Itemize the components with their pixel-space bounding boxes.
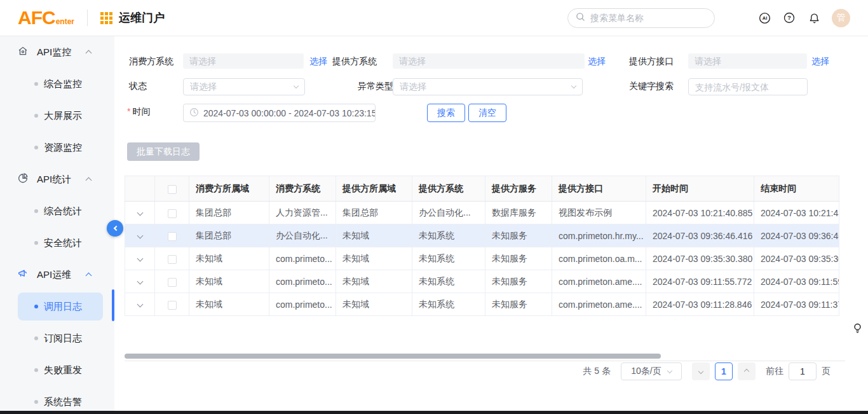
row-checkbox[interactable] (168, 209, 177, 218)
cell-provider-service: 未知服务 (485, 293, 552, 316)
provider-api-input[interactable] (688, 53, 807, 69)
table-row[interactable]: 未知域 com.primeto... 未知域 未知系统 未知服务 com.pri… (125, 270, 839, 293)
svg-text:AI: AI (762, 15, 766, 21)
horizontal-scrollbar[interactable] (125, 354, 661, 359)
sidebar-group-api-stats[interactable]: API统计 (0, 163, 114, 195)
cell-consumer-system: com.primeto... (269, 247, 336, 270)
table-row[interactable]: 集团总部 办公自动化... 未知域 未知系统 未知服务 com.primeton… (125, 224, 839, 247)
page-body: API监控 综合监控 大屏展示 资源监控 API统计 综合统计 (0, 36, 868, 414)
row-expand-icon[interactable] (137, 232, 143, 238)
bullet-dot-icon (34, 400, 38, 404)
sidebar-item-zonghe-tongji[interactable]: 综合统计 (0, 195, 114, 227)
page-size-select[interactable]: 10条/页 (621, 362, 682, 380)
page-size-value: 10条/页 (631, 366, 661, 377)
sidebar-item-shibai-chongfa[interactable]: 失败重发 (0, 354, 114, 386)
row-expand-icon[interactable] (137, 278, 143, 284)
row-expand-icon[interactable] (137, 301, 143, 307)
cell-consumer-domain: 未知域 (189, 270, 269, 293)
sidebar-item-zonghe-jiankong[interactable]: 综合监控 (0, 68, 114, 100)
time-range-value: 2024-07-03 00:00:00 - 2024-07-03 10:23:1… (203, 108, 376, 118)
sidebar-item-anquan-tongji[interactable]: 安全统计 (0, 227, 114, 259)
sidebar-item-daping-zhanshi[interactable]: 大屏展示 (0, 100, 114, 132)
pagination-bar: 共 5 条 10条/页 1 前往 页 (583, 362, 831, 380)
batch-download-button[interactable]: 批量下载日志 (127, 142, 200, 161)
provider-system-input[interactable] (393, 53, 585, 69)
table-row[interactable]: 未知域 com.primeto... 未知域 未知系统 未知服务 com.pri… (125, 247, 839, 270)
current-page-button[interactable]: 1 (715, 362, 733, 380)
cell-provider-api: com.primeton.ame.... (552, 270, 646, 293)
consumer-system-label: 消费方系统 (129, 53, 173, 69)
table-row[interactable]: 未知域 com.primeto... 未知域 未知系统 未知服务 com.pri… (125, 293, 839, 316)
required-asterisk: * (127, 106, 130, 116)
cell-provider-api: com.primeton.hr.my... (552, 224, 646, 247)
clock-icon (189, 107, 199, 119)
chevron-down-icon (294, 83, 299, 88)
logo-text-main: AFC (18, 8, 55, 27)
select-all-cell (155, 176, 189, 202)
pagination-total: 共 5 条 (583, 366, 611, 377)
exception-type-select[interactable]: 请选择 (393, 78, 583, 95)
row-checkbox[interactable] (168, 278, 177, 287)
sidebar-item-label: 系统告警 (44, 396, 82, 408)
user-avatar[interactable]: 管 (832, 9, 850, 27)
goto-page-input[interactable] (789, 362, 817, 380)
menu-search-input[interactable] (590, 13, 707, 23)
app-grid-icon[interactable] (100, 12, 112, 24)
chevron-down-icon (667, 368, 672, 373)
prev-page-button[interactable] (692, 362, 710, 380)
megaphone-icon (17, 268, 29, 282)
column-header: 提供方所属域 (336, 176, 412, 202)
row-expand-icon[interactable] (137, 209, 143, 216)
cell-provider-api: 视图发布示例 (552, 202, 646, 224)
keyword-input[interactable] (688, 78, 808, 95)
consumer-system-input[interactable] (183, 53, 304, 69)
notification-bell-icon[interactable] (807, 11, 821, 25)
cell-provider-service: 未知服务 (485, 224, 552, 247)
cell-end-time: 2024-07-03 09:11:37.5 (754, 293, 839, 316)
bullet-dot-icon (34, 146, 38, 149)
row-checkbox[interactable] (168, 232, 177, 241)
menu-search-box[interactable] (567, 8, 715, 28)
bullet-dot-icon (34, 368, 38, 372)
afcenter-logo[interactable]: AFC enter (18, 8, 74, 27)
sidebar-group-api-ops[interactable]: API运维 (0, 259, 114, 291)
sidebar-item-diaoyong-rizhi[interactable]: 调用日志 (0, 291, 114, 322)
status-select[interactable]: 请选择 (183, 78, 305, 95)
next-page-button[interactable] (738, 362, 756, 380)
table-row[interactable]: 集团总部 人力资源管... 集团总部 办公自动化... 数据库服务 视图发布示例… (125, 202, 839, 224)
time-label: *时间 (127, 104, 150, 119)
sidebar-item-xitong-gaojing[interactable]: 系统告警 (0, 386, 114, 414)
provider-api-label: 提供方接口 (629, 53, 674, 69)
column-header: 提供方系统 (412, 176, 485, 202)
consumer-system-select-link[interactable]: 选择 (309, 53, 327, 69)
provider-system-select-link[interactable]: 选择 (588, 53, 606, 69)
avatar-text: 管 (837, 12, 846, 24)
bottom-strip (0, 411, 868, 414)
cell-provider-api: com.primeton.oa.m... (552, 247, 646, 270)
help-icon[interactable]: ? (782, 11, 796, 25)
provider-api-select-link[interactable]: 选择 (811, 53, 829, 69)
sidebar-item-ziyuan-jiankong[interactable]: 资源监控 (0, 132, 114, 163)
sidebar-item-label: 综合统计 (44, 205, 82, 217)
lightbulb-icon[interactable] (850, 321, 864, 335)
row-checkbox[interactable] (168, 301, 177, 310)
column-header: 消费方系统 (269, 176, 336, 202)
clear-button[interactable]: 清空 (468, 104, 506, 122)
sidebar-group-label: API监控 (37, 46, 71, 59)
cell-end-time: 2024-07-03 09:36:46.4 (754, 224, 839, 247)
row-checkbox[interactable] (168, 255, 177, 264)
chevron-left-icon (113, 226, 118, 231)
row-expand-icon[interactable] (137, 255, 143, 261)
ai-assistant-icon[interactable]: AI (757, 11, 771, 25)
select-all-checkbox[interactable] (168, 185, 177, 194)
time-range-input[interactable]: 2024-07-03 00:00:00 - 2024-07-03 10:23:1… (183, 104, 376, 122)
cell-consumer-system: com.primeto... (269, 270, 336, 293)
sidebar-item-label: 失败重发 (44, 364, 82, 376)
sidebar-item-dingyue-rizhi[interactable]: 订阅日志 (0, 322, 114, 354)
cell-provider-system: 未知系统 (412, 270, 485, 293)
sidebar-group-api-monitor[interactable]: API监控 (0, 36, 114, 68)
home-icon (17, 45, 29, 59)
search-button[interactable]: 搜索 (427, 104, 465, 122)
cell-end-time: 2024-07-03 10:21:43.0 (754, 202, 839, 224)
sidebar-collapse-button[interactable] (107, 220, 123, 237)
